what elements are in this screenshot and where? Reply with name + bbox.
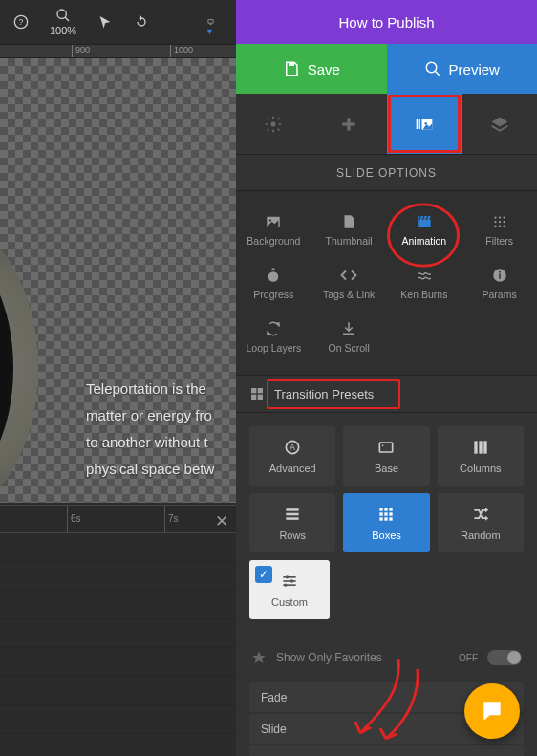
save-preview-bar: Save Preview [236, 44, 537, 94]
preset-boxes[interactable]: Boxes [343, 493, 429, 552]
tab-layers[interactable] [462, 94, 537, 154]
svg-point-17 [269, 219, 271, 221]
option-ken-burns[interactable]: Ken Burns [387, 256, 462, 310]
image-icon [265, 213, 282, 230]
preset-custom[interactable]: ✓Custom [249, 560, 330, 619]
svg-point-24 [503, 216, 505, 218]
columns-icon [471, 438, 490, 457]
svg-rect-58 [385, 517, 388, 520]
svg-line-8 [435, 71, 440, 76]
svg-point-26 [499, 220, 501, 222]
svg-point-35 [499, 270, 501, 272]
timeline-tracks[interactable] [0, 533, 236, 756]
preset-grid: AAdvancedBaseColumnsRowsBoxesRandom✓Cust… [236, 413, 537, 640]
option-background[interactable]: Background [236, 203, 311, 256]
svg-point-63 [286, 575, 289, 578]
cursor-icon[interactable] [97, 14, 113, 30]
preset-random[interactable]: Random [438, 493, 524, 552]
preview-button[interactable]: Preview [387, 44, 538, 94]
monitor-icon[interactable]: ▼ [207, 14, 223, 30]
chat-fab[interactable] [464, 683, 520, 739]
transition-presets-header[interactable]: Transition Presets [236, 375, 537, 413]
svg-rect-48 [286, 508, 298, 511]
option-label: Loop Layers [246, 342, 301, 354]
transition-presets-label: Transition Presets [274, 387, 374, 401]
svg-rect-37 [251, 388, 256, 393]
preset-label: Rows [279, 529, 306, 541]
grid-dots-icon [491, 213, 508, 230]
gear-icon [264, 115, 283, 134]
option-label: Animation [402, 235, 447, 247]
svg-rect-53 [390, 508, 393, 510]
favorites-toggle[interactable] [487, 650, 522, 665]
preset-label: Columns [460, 463, 501, 474]
option-label: Ken Burns [400, 289, 447, 300]
option-label: Params [483, 289, 517, 300]
base-icon [376, 438, 396, 457]
option-label: Tags & Link [323, 289, 375, 300]
timeline-close-icon[interactable]: ✕ [215, 511, 228, 531]
presets-icon [249, 386, 265, 401]
svg-rect-56 [390, 512, 393, 515]
search-icon [55, 8, 71, 23]
preset-label: Boxes [372, 529, 401, 541]
undo-icon[interactable] [134, 14, 149, 30]
options-grid: BackgroundThumbnailAnimationFiltersProgr… [236, 191, 537, 375]
svg-rect-55 [385, 512, 388, 515]
clapper-icon [416, 213, 433, 230]
help-icon[interactable]: ? [13, 14, 29, 30]
advanced-icon: A [283, 438, 302, 457]
svg-point-25 [494, 220, 496, 222]
option-thumbnail[interactable]: Thumbnail [311, 203, 387, 256]
horizontal-ruler: 900 1000 [0, 44, 236, 58]
option-tags-link[interactable]: Tags & Link [311, 256, 387, 310]
option-progress[interactable]: Progress [236, 256, 311, 310]
save-button[interactable]: Save [236, 44, 387, 94]
svg-line-3 [65, 17, 69, 21]
option-loop-layers[interactable]: Loop Layers [236, 310, 311, 363]
svg-rect-34 [499, 273, 501, 278]
svg-rect-39 [251, 395, 256, 400]
time-tick: 6s [67, 506, 81, 534]
preview-icon [424, 60, 441, 77]
option-label: Background [247, 235, 300, 247]
preset-label: Base [375, 463, 398, 474]
plus-icon [339, 115, 358, 134]
preset-base[interactable]: Base [343, 426, 429, 486]
save-label: Save [308, 61, 340, 77]
option-on-scroll[interactable]: On Scroll [311, 310, 387, 363]
svg-point-9 [271, 121, 276, 126]
svg-rect-49 [286, 513, 298, 516]
how-to-publish-button[interactable]: How to Publish [236, 0, 537, 44]
zoom-level: 100% [50, 26, 76, 36]
favorites-label: Show Only Favorites [276, 651, 382, 664]
favorites-state: OFF [459, 653, 478, 663]
zoom-control[interactable]: 100% [50, 8, 76, 36]
checkmark-icon: ✓ [255, 566, 272, 583]
info-icon [491, 267, 508, 284]
option-filters[interactable]: Filters [462, 203, 537, 256]
code-icon [340, 267, 357, 284]
favorites-row: Show Only Favorites OFF [236, 640, 537, 675]
preset-advanced[interactable]: AAdvanced [249, 426, 335, 486]
svg-point-22 [494, 216, 496, 218]
file-icon [340, 213, 357, 230]
preset-rows[interactable]: Rows [249, 493, 335, 552]
option-animation[interactable]: Animation [387, 203, 462, 256]
tab-add[interactable] [311, 94, 387, 154]
preset-columns[interactable]: Columns [438, 426, 524, 486]
option-label: Filters [485, 235, 513, 247]
svg-rect-43 [380, 443, 393, 452]
tab-slide[interactable] [387, 94, 462, 154]
svg-point-28 [494, 225, 496, 227]
option-params[interactable]: Params [462, 256, 537, 310]
stopwatch-icon [265, 267, 282, 284]
svg-rect-57 [380, 517, 383, 520]
tab-settings[interactable] [236, 94, 311, 154]
transition-item-zoom[interactable]: Zoom▸ [249, 745, 524, 756]
sliders-icon [280, 572, 299, 591]
star-icon[interactable] [251, 650, 267, 665]
transition-name: Slide [261, 723, 287, 736]
time-tick: 7s [164, 506, 179, 534]
boxes-icon [376, 505, 396, 524]
